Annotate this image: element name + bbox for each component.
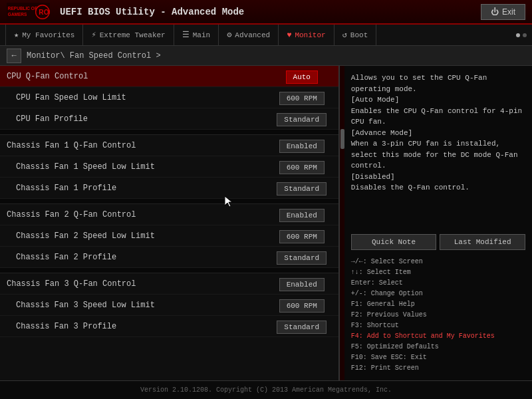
- logo-area: REPUBLIC OF GAMERS ROG: [7, 3, 50, 21]
- chassis3-fan-speed-label: Chassis Fan 3 Speed Low Limit: [16, 301, 272, 310]
- advanced-icon: ⚙: [227, 30, 231, 40]
- separator-2: [0, 199, 338, 204]
- cpu-fan-profile-label: CPU Fan Profile: [16, 114, 272, 124]
- last-modified-button[interactable]: Last Modified: [440, 234, 525, 250]
- exit-label: Exit: [502, 7, 515, 17]
- chassis1-fan-profile-btn[interactable]: Standard: [277, 182, 327, 196]
- tab-monitor[interactable]: ♥ Monitor: [279, 25, 334, 45]
- cpu-qfan-btn[interactable]: Auto: [286, 70, 318, 84]
- description-text: Allows you to set the CPU Q-Fan operatin…: [351, 74, 522, 192]
- chassis3-fan-profile-btn[interactable]: Standard: [277, 321, 327, 334]
- tab-advanced-label: Advanced: [235, 31, 270, 39]
- tab-advanced[interactable]: ⚙ Advanced: [219, 25, 279, 45]
- chassis2-fan-speed-btn[interactable]: 600 RPM: [279, 230, 325, 243]
- chassis2-fan-profile-btn[interactable]: Standard: [277, 251, 327, 265]
- tab-monitor-label: Monitor: [295, 31, 325, 39]
- back-icon: ←: [11, 51, 16, 61]
- nav-dots: [516, 33, 527, 37]
- tab-main[interactable]: ☰ Main: [174, 25, 219, 45]
- header-title: UEFI BIOS Utility - Advanced Mode: [60, 7, 481, 17]
- tab-main-label: Main: [193, 31, 210, 39]
- chassis1-fan-speed-label: Chassis Fan 1 Speed Low Limit: [16, 162, 272, 172]
- chassis3-fan-speed-btn[interactable]: 600 RPM: [279, 299, 325, 313]
- chassis2-fan-speed-value: 600 RPM: [272, 230, 332, 242]
- shortcut-f3: F3: Shortcut: [351, 321, 525, 331]
- header: REPUBLIC OF GAMERS ROG UEFI BIOS Utility…: [0, 0, 532, 25]
- chassis3-fan-profile-label: Chassis Fan 3 Profile: [16, 322, 272, 331]
- nav-tabs: ★ My Favorites ⚡ Extreme Tweaker ☰ Main …: [0, 25, 532, 46]
- extreme-icon: ⚡: [91, 30, 96, 40]
- shortcut-f1: F1: General Help: [351, 299, 525, 310]
- exit-button[interactable]: ⏻ Exit: [481, 4, 525, 20]
- separator-1: [0, 130, 338, 135]
- svg-text:GAMERS: GAMERS: [8, 11, 27, 16]
- cpu-fan-profile-row[interactable]: CPU Fan Profile Standard: [0, 108, 338, 130]
- quick-note-area: Quick Note Last Modified: [351, 234, 525, 250]
- cpu-fan-speed-btn[interactable]: 600 RPM: [279, 92, 325, 105]
- chassis1-fan-profile-label: Chassis Fan 1 Profile: [16, 184, 272, 193]
- separator-3: [0, 268, 338, 273]
- tab-extreme[interactable]: ⚡ Extreme Tweaker: [83, 25, 174, 45]
- description-box: Allows you to set the CPU Q-Fan operatin…: [351, 72, 525, 229]
- cpu-fan-speed-value: 600 RPM: [272, 92, 332, 104]
- shortcut-f4: F4: Add to Shortcut and My Favorites: [351, 331, 525, 342]
- shortcuts-panel: →/←: Select Screen ↑↓: Select Item Enter…: [351, 257, 525, 374]
- footer-text: Version 2.10.1208. Copyright (C) 2013 Am…: [140, 386, 392, 394]
- chassis3-fan-profile-row[interactable]: Chassis Fan 3 Profile Standard: [0, 316, 338, 337]
- left-panel: CPU Q-Fan Control Auto CPU Fan Speed Low…: [0, 66, 339, 380]
- svg-text:REPUBLIC OF: REPUBLIC OF: [8, 6, 37, 11]
- scroll-thumb: [340, 129, 344, 149]
- chassis3-fan-speed-value: 600 RPM: [272, 299, 332, 311]
- chassis3-fan-profile-value: Standard: [272, 321, 332, 332]
- quick-note-button[interactable]: Quick Note: [351, 234, 437, 250]
- chassis3-fan-speed-row[interactable]: Chassis Fan 3 Speed Low Limit 600 RPM: [0, 295, 338, 316]
- tab-boot[interactable]: ↺ Boot: [334, 25, 377, 45]
- shortcut-enter: Enter: Select: [351, 278, 525, 289]
- chassis1-qfan-row[interactable]: Chassis Fan 1 Q-Fan Control Enabled: [0, 135, 338, 156]
- chassis2-fan-speed-label: Chassis Fan 2 Speed Low Limit: [16, 231, 272, 241]
- cpu-fan-profile-value: Standard: [272, 113, 332, 125]
- tab-favorites[interactable]: ★ My Favorites: [5, 25, 83, 45]
- svg-text:ROG: ROG: [39, 8, 50, 15]
- chassis2-fan-speed-row[interactable]: Chassis Fan 2 Speed Low Limit 600 RPM: [0, 225, 338, 247]
- rog-logo: REPUBLIC OF GAMERS ROG: [7, 3, 50, 21]
- chassis3-qfan-row[interactable]: Chassis Fan 3 Q-Fan Control Enabled: [0, 273, 338, 295]
- monitor-icon: ♥: [287, 31, 291, 40]
- chassis2-qfan-label: Chassis Fan 2 Q-Fan Control: [7, 210, 272, 219]
- chassis1-fan-speed-row[interactable]: Chassis Fan 1 Speed Low Limit 600 RPM: [0, 156, 338, 178]
- chassis1-fan-speed-btn[interactable]: 600 RPM: [279, 161, 325, 174]
- tab-boot-label: Boot: [350, 31, 368, 39]
- chassis1-qfan-btn[interactable]: Enabled: [279, 140, 325, 153]
- chassis1-fan-profile-row[interactable]: Chassis Fan 1 Profile Standard: [0, 178, 338, 199]
- back-button[interactable]: ←: [7, 49, 21, 63]
- tab-extreme-label: Extreme Tweaker: [100, 31, 166, 39]
- main-icon: ☰: [182, 30, 190, 40]
- shortcut-change: +/-: Change Option: [351, 289, 525, 299]
- chassis2-qfan-row[interactable]: Chassis Fan 2 Q-Fan Control Enabled: [0, 204, 338, 225]
- chassis2-fan-profile-label: Chassis Fan 2 Profile: [16, 253, 272, 262]
- cpu-qfan-label: CPU Q-Fan Control: [7, 72, 272, 81]
- cpu-fan-profile-btn[interactable]: Standard: [277, 113, 327, 126]
- chassis1-fan-profile-value: Standard: [272, 182, 332, 194]
- dot-2: [523, 33, 527, 37]
- chassis1-qfan-value: Enabled: [272, 140, 332, 152]
- cpu-qfan-row[interactable]: CPU Q-Fan Control Auto: [0, 66, 338, 87]
- chassis3-qfan-btn[interactable]: Enabled: [279, 278, 325, 291]
- chassis2-fan-profile-value: Standard: [272, 251, 332, 263]
- boot-icon: ↺: [342, 30, 347, 40]
- chassis2-qfan-value: Enabled: [272, 209, 332, 221]
- chassis2-qfan-btn[interactable]: Enabled: [279, 209, 325, 222]
- cpu-fan-speed-label: CPU Fan Speed Low Limit: [16, 93, 272, 102]
- shortcut-select-item: ↑↓: Select Item: [351, 267, 525, 278]
- chassis2-fan-profile-row[interactable]: Chassis Fan 2 Profile Standard: [0, 247, 338, 268]
- scroll-indicator[interactable]: [339, 66, 344, 380]
- breadcrumb: Monitor\ Fan Speed Control >: [27, 51, 161, 61]
- chassis3-qfan-value: Enabled: [272, 278, 332, 290]
- shortcut-f12: F12: Print Screen: [351, 363, 525, 374]
- right-panel: Allows you to set the CPU Q-Fan operatin…: [344, 66, 532, 380]
- footer: Version 2.10.1208. Copyright (C) 2013 Am…: [0, 380, 532, 399]
- cpu-qfan-value: Auto: [272, 70, 332, 82]
- cpu-fan-speed-row[interactable]: CPU Fan Speed Low Limit 600 RPM: [0, 87, 338, 108]
- shortcut-f5: F5: Optimized Defaults: [351, 342, 525, 352]
- shortcut-f10: F10: Save ESC: Exit: [351, 352, 525, 363]
